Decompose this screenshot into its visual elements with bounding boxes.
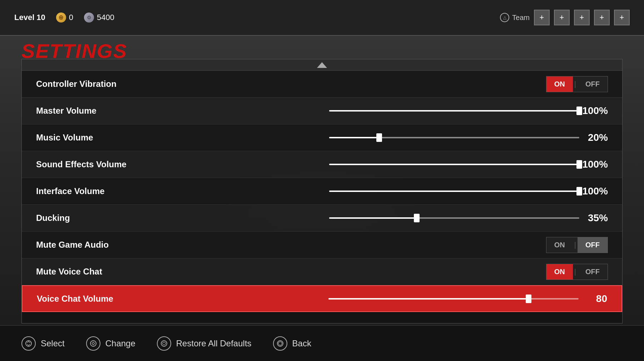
plus-btn-3[interactable]: + bbox=[574, 10, 590, 25]
setting-row-music-volume[interactable]: Music Volume 20% bbox=[22, 124, 622, 151]
currency2-item: ⚙ 5400 bbox=[84, 13, 114, 23]
setting-row-mute-game-audio[interactable]: Mute Game Audio ON | OFF bbox=[22, 232, 622, 258]
controller-vibration-on[interactable]: ON bbox=[546, 76, 573, 92]
master-volume-value: 100% bbox=[579, 105, 608, 117]
svg-point-5 bbox=[278, 342, 282, 345]
mute-game-audio-label: Mute Game Audio bbox=[36, 240, 179, 250]
scroll-arrow-up-icon bbox=[317, 62, 327, 68]
top-right: △ Team + + + + + bbox=[500, 10, 630, 25]
back-label: Back bbox=[292, 338, 311, 348]
back-action[interactable]: Back bbox=[273, 336, 311, 351]
setting-row-ducking[interactable]: Ducking 35% bbox=[22, 205, 622, 232]
currency1-amount: 0 bbox=[69, 13, 73, 22]
setting-row-controller-vibration[interactable]: Controller Vibration ON | OFF bbox=[22, 71, 622, 98]
scroll-up-indicator[interactable] bbox=[22, 59, 622, 71]
voice-chat-volume-track bbox=[328, 298, 579, 300]
plus-btn-1[interactable]: + bbox=[534, 10, 550, 25]
voice-chat-volume-label: Voice Chat Volume bbox=[37, 294, 180, 304]
toggle-divider3: | bbox=[573, 268, 578, 276]
mute-voice-chat-toggle[interactable]: ON | OFF bbox=[546, 264, 608, 280]
mute-voice-chat-on[interactable]: ON bbox=[546, 264, 573, 280]
master-volume-thumb[interactable] bbox=[576, 107, 582, 115]
interface-volume-label: Interface Volume bbox=[36, 186, 179, 196]
select-label: Select bbox=[41, 338, 65, 348]
team-text: Team bbox=[512, 14, 530, 22]
interface-volume-slider[interactable] bbox=[329, 191, 579, 192]
controller-vibration-label: Controller Vibration bbox=[36, 79, 179, 89]
voice-chat-volume-slider[interactable] bbox=[328, 298, 579, 300]
gem-icon: ⚙ bbox=[84, 13, 94, 23]
svg-point-2 bbox=[161, 341, 167, 346]
ducking-fill bbox=[329, 217, 417, 219]
music-volume-track bbox=[329, 137, 579, 138]
music-volume-fill bbox=[329, 137, 379, 138]
ducking-value: 35% bbox=[579, 212, 608, 224]
team-label: △ Team bbox=[500, 13, 530, 22]
plus-btn-5[interactable]: + bbox=[614, 10, 630, 25]
currency2-amount: 5400 bbox=[97, 13, 114, 22]
interface-volume-fill bbox=[329, 191, 579, 192]
toggle-divider: | bbox=[573, 80, 578, 88]
currency1-item: 🏵 0 bbox=[56, 13, 73, 23]
level-label: Level 10 bbox=[14, 13, 45, 22]
select-icon bbox=[21, 336, 36, 351]
master-volume-slider[interactable] bbox=[329, 110, 579, 112]
plus-btn-4[interactable]: + bbox=[594, 10, 610, 25]
ducking-track bbox=[329, 217, 579, 219]
interface-volume-value: 100% bbox=[579, 186, 608, 197]
level-info: Level 10 bbox=[14, 13, 45, 22]
music-volume-value: 20% bbox=[579, 132, 608, 143]
change-icon bbox=[86, 336, 100, 351]
voice-chat-volume-thumb[interactable] bbox=[526, 295, 531, 303]
top-bar: Level 10 🏵 0 ⚙ 5400 △ Team + + + + + bbox=[0, 0, 644, 36]
mute-voice-chat-label: Mute Voice Chat bbox=[36, 267, 179, 277]
music-volume-thumb[interactable] bbox=[376, 133, 382, 142]
voice-chat-volume-value: 80 bbox=[579, 293, 607, 305]
controller-vibration-off[interactable]: OFF bbox=[578, 76, 608, 92]
setting-row-master-volume[interactable]: Master Volume 100% bbox=[22, 98, 622, 124]
ducking-thumb[interactable] bbox=[414, 214, 420, 222]
ducking-slider[interactable] bbox=[329, 217, 579, 219]
setting-row-mute-voice-chat[interactable]: Mute Voice Chat ON | OFF bbox=[22, 258, 622, 285]
sound-effects-fill bbox=[329, 164, 579, 165]
controller-vibration-toggle[interactable]: ON | OFF bbox=[546, 76, 608, 92]
interface-volume-thumb[interactable] bbox=[576, 187, 582, 196]
master-volume-label: Master Volume bbox=[36, 106, 179, 116]
select-action[interactable]: Select bbox=[21, 336, 65, 351]
ducking-label: Ducking bbox=[36, 213, 179, 223]
bottom-bar: Select Change Restore All Defaults Back bbox=[0, 325, 644, 361]
sound-effects-track bbox=[329, 164, 579, 165]
interface-volume-track bbox=[329, 191, 579, 192]
music-volume-label: Music Volume bbox=[36, 133, 179, 143]
sound-effects-thumb[interactable] bbox=[576, 160, 582, 169]
change-label: Change bbox=[105, 338, 135, 348]
master-volume-track bbox=[329, 110, 579, 112]
sound-effects-label: Sound Effects Volume bbox=[36, 159, 179, 169]
sound-effects-slider[interactable] bbox=[329, 164, 579, 165]
mute-game-audio-on[interactable]: ON bbox=[546, 237, 573, 253]
settings-panel: Controller Vibration ON | OFF Master Vol… bbox=[21, 59, 623, 323]
sound-effects-value: 100% bbox=[579, 159, 608, 170]
restore-label: Restore All Defaults bbox=[176, 338, 252, 348]
mute-game-audio-toggle[interactable]: ON | OFF bbox=[546, 237, 608, 253]
mute-voice-chat-off[interactable]: OFF bbox=[578, 264, 608, 280]
restore-icon bbox=[157, 336, 171, 351]
triangle-icon: △ bbox=[500, 13, 509, 22]
svg-point-1 bbox=[90, 341, 96, 346]
svg-point-3 bbox=[163, 342, 165, 345]
mute-game-audio-off[interactable]: OFF bbox=[578, 237, 608, 253]
music-volume-slider[interactable] bbox=[329, 137, 579, 138]
setting-row-voice-chat-volume[interactable]: Voice Chat Volume 80 bbox=[22, 285, 622, 312]
plus-btn-2[interactable]: + bbox=[554, 10, 570, 25]
master-volume-fill bbox=[329, 110, 579, 112]
change-action[interactable]: Change bbox=[86, 336, 135, 351]
setting-row-interface-volume[interactable]: Interface Volume 100% bbox=[22, 178, 622, 205]
toggle-divider2: | bbox=[573, 241, 578, 249]
voice-chat-volume-fill bbox=[328, 298, 529, 300]
setting-row-sound-effects[interactable]: Sound Effects Volume 100% bbox=[22, 151, 622, 178]
back-icon bbox=[273, 336, 287, 351]
coin-icon: 🏵 bbox=[56, 13, 66, 23]
restore-action[interactable]: Restore All Defaults bbox=[157, 336, 252, 351]
